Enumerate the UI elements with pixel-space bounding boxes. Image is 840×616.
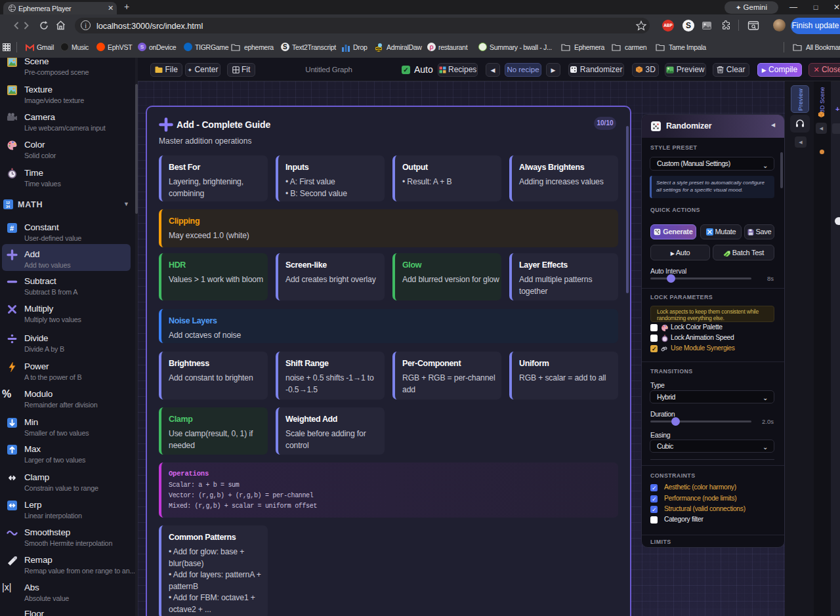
svg-text:#: # (10, 224, 14, 232)
svg-text:34: 34 (6, 205, 10, 209)
